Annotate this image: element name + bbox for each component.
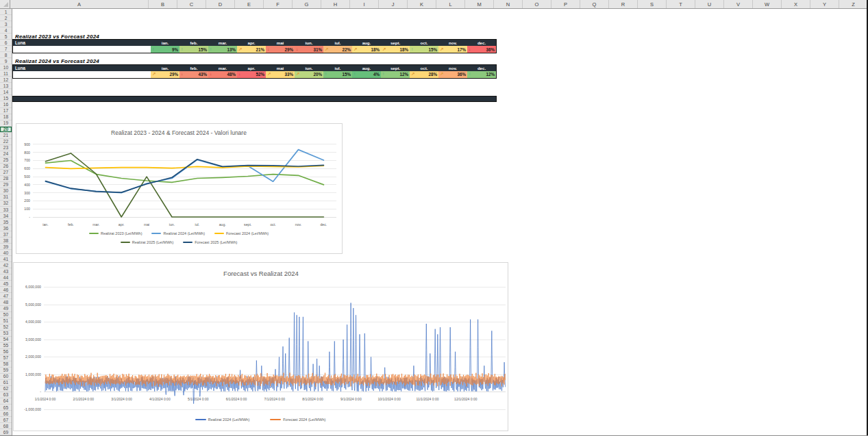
column-header-H[interactable]: H <box>321 0 350 8</box>
pct-cell-iul[interactable]: ↑15% <box>323 71 352 78</box>
pct-cell-mai[interactable]: ↓29% <box>266 46 295 53</box>
pct-cell-iun[interactable]: ↓31% <box>295 46 323 53</box>
column-header-J[interactable]: J <box>379 0 408 8</box>
column-header-W[interactable]: W <box>753 0 782 8</box>
column-header-O[interactable]: O <box>523 0 551 8</box>
legend-item[interactable]: Realizat 2025 (Lei/MWh) <box>121 240 174 244</box>
blank-cell[interactable] <box>13 71 151 78</box>
row-header-51[interactable]: 51 <box>0 318 12 324</box>
row-header-19[interactable]: 19 <box>0 120 12 127</box>
row-header-37[interactable]: 37 <box>0 231 12 238</box>
row-header-5[interactable]: 5 <box>0 34 12 40</box>
row-header-49[interactable]: 49 <box>0 306 12 312</box>
row-header-36[interactable]: 36 <box>0 225 12 231</box>
month-header-iul[interactable]: iul. <box>323 40 352 46</box>
row-header-52[interactable]: 52 <box>0 324 12 331</box>
row-header-68[interactable]: 68 <box>0 423 12 429</box>
column-header-G[interactable]: G <box>293 0 321 8</box>
row-header-11[interactable]: 11 <box>0 70 12 77</box>
row-header-7[interactable]: 7 <box>0 46 12 52</box>
pct-cell-sept[interactable]: ↑12% <box>381 71 410 78</box>
comparison-table-2024-vs-forecast[interactable]: Lunaian.feb.mar.apr.maiiun.iul.aug.sept.… <box>12 64 497 79</box>
legend-item[interactable]: Forecast 2024 (Lei/MWh) <box>214 231 269 235</box>
row-header-42[interactable]: 42 <box>0 262 12 268</box>
row-header-57[interactable]: 57 <box>0 355 12 361</box>
row-header-24[interactable]: 24 <box>0 151 12 157</box>
row-header-55[interactable]: 55 <box>0 343 12 349</box>
pct-cell-mai[interactable]: ↗33% <box>266 71 295 78</box>
row-header-2[interactable]: 2 <box>0 15 12 21</box>
pct-cell-nov[interactable]: ↗17% <box>438 46 467 53</box>
row-header-23[interactable]: 23 <box>0 145 12 151</box>
row-header-27[interactable]: 27 <box>0 170 12 176</box>
month-header-feb[interactable]: feb. <box>179 40 208 46</box>
legend-item[interactable]: Realizat 2023 (Lei/MWh) <box>89 231 142 235</box>
pct-cell-ian[interactable]: ↗29% <box>151 71 179 78</box>
column-header-S[interactable]: S <box>638 0 667 8</box>
legend-item[interactable]: Forecast 2025 (Lei/MWh) <box>183 240 237 244</box>
month-header-iun[interactable]: iun. <box>295 65 323 71</box>
pct-cell-apr[interactable]: ↗21% <box>237 46 266 53</box>
month-header-oct[interactable]: oct. <box>410 40 438 46</box>
row-header-50[interactable]: 50 <box>0 312 12 318</box>
pct-cell-sept[interactable]: ↗18% <box>381 46 410 53</box>
row-header-47[interactable]: 47 <box>0 293 12 299</box>
row-header-21[interactable]: 21 <box>0 133 12 139</box>
row-header-54[interactable]: 54 <box>0 337 12 343</box>
pct-cell-feb[interactable]: ↓43% <box>179 71 208 78</box>
column-header-L[interactable]: L <box>436 0 465 8</box>
luna-header-cell[interactable]: Luna <box>13 40 151 46</box>
row-header-15[interactable]: 15 <box>0 95 12 101</box>
month-header-nov[interactable]: nov. <box>438 65 467 71</box>
row-header-39[interactable]: 39 <box>0 244 12 250</box>
row-header-38[interactable]: 38 <box>0 238 12 244</box>
month-header-oct[interactable]: oct. <box>410 65 438 71</box>
divider-header-bar[interactable] <box>12 96 497 102</box>
row-header-48[interactable]: 48 <box>0 299 12 305</box>
column-header-X[interactable]: X <box>782 0 810 8</box>
column-header-U[interactable]: U <box>695 0 724 8</box>
month-header-aug[interactable]: aug. <box>352 65 381 71</box>
row-header-25[interactable]: 25 <box>0 157 12 164</box>
row-header-46[interactable]: 46 <box>0 287 12 293</box>
row-header-31[interactable]: 31 <box>0 194 12 201</box>
month-header-ian[interactable]: ian. <box>151 40 179 46</box>
row-header-35[interactable]: 35 <box>0 219 12 225</box>
row-header-64[interactable]: 64 <box>0 398 12 405</box>
month-header-mai[interactable]: mai <box>266 65 295 71</box>
row-header-43[interactable]: 43 <box>0 268 12 274</box>
row-header-29[interactable]: 29 <box>0 182 12 188</box>
month-header-nov[interactable]: nov. <box>438 40 467 46</box>
column-header-D[interactable]: D <box>206 0 235 8</box>
pct-cell-dec[interactable]: ↓36% <box>467 46 496 53</box>
pct-cell-mar[interactable]: ↓48% <box>208 71 237 78</box>
column-header-K[interactable]: K <box>408 0 436 8</box>
month-header-dec[interactable]: dec. <box>467 40 496 46</box>
legend-item[interactable]: Realizat 2024 (Lei/MWh) <box>195 418 250 422</box>
row-header-14[interactable]: 14 <box>0 89 12 95</box>
row-header-26[interactable]: 26 <box>0 164 12 170</box>
month-header-feb[interactable]: feb. <box>179 65 208 71</box>
row-header-30[interactable]: 30 <box>0 188 12 194</box>
column-header-Q[interactable]: Q <box>580 0 609 8</box>
pct-cell-nov[interactable]: ↗36% <box>438 71 467 78</box>
month-header-dec[interactable]: dec. <box>467 65 496 71</box>
row-header-32[interactable]: 32 <box>0 201 12 207</box>
month-header-mai[interactable]: mai <box>266 40 295 46</box>
month-header-iun[interactable]: iun. <box>295 40 323 46</box>
row-header-56[interactable]: 56 <box>0 349 12 355</box>
row-header-61[interactable]: 61 <box>0 380 12 386</box>
luna-header-cell[interactable]: Luna <box>13 65 151 71</box>
row-header-63[interactable]: 63 <box>0 392 12 398</box>
pct-cell-dec[interactable]: ↑12% <box>467 71 496 78</box>
row-header-12[interactable]: 12 <box>0 77 12 83</box>
row-header-4[interactable]: 4 <box>0 27 12 34</box>
column-header-I[interactable]: I <box>350 0 379 8</box>
pct-cell-aug[interactable]: ↑4% <box>352 71 381 78</box>
month-header-mar[interactable]: mar. <box>208 40 237 46</box>
column-header-M[interactable]: M <box>465 0 494 8</box>
row-header-9[interactable]: 9 <box>0 58 12 64</box>
month-header-sept[interactable]: sept. <box>381 65 410 71</box>
chart-monthly-values[interactable]: -100200300400500600700800900Realizat 202… <box>16 123 343 254</box>
pct-cell-ian[interactable]: ↑9% <box>151 46 179 53</box>
